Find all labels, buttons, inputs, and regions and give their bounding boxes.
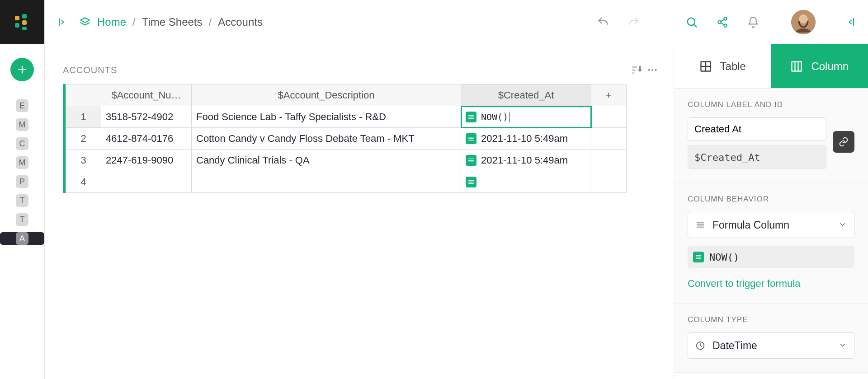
add-column-button[interactable]: + [591,84,627,106]
page-item[interactable]: T [16,213,28,226]
tab-label: Table [720,60,746,73]
row-number-header[interactable] [66,84,101,106]
breadcrumb-doc[interactable]: Time Sheets [142,16,203,28]
cell-account-description[interactable] [192,171,461,193]
page-item-letter: T [20,196,25,206]
column-label-input[interactable] [688,117,826,141]
svg-rect-0 [15,16,19,20]
tab-column[interactable]: Column [771,44,868,88]
top-bar: Home / Time Sheets / Accounts [45,0,868,44]
section-heading: COLUMN TYPE [688,315,854,324]
column-icon [790,60,803,73]
formula-icon [693,252,704,262]
column-id-display[interactable]: $Created_At [688,145,826,169]
bell-icon [747,16,759,28]
column-header-account-number[interactable]: $Account_Nu… [101,84,192,106]
page-item-letter: A [19,234,25,243]
layers-icon [79,16,91,28]
undo-button[interactable] [592,11,614,33]
convert-to-trigger-link[interactable]: Convert to trigger formula [688,278,800,290]
collapse-rightpanel-button[interactable] [843,11,857,33]
notifications-button[interactable] [742,11,764,33]
row-number[interactable]: 3 [66,150,101,171]
section-title[interactable]: ACCOUNTS [63,65,117,75]
link-icon [839,137,849,147]
formula-editor-input[interactable]: NOW() [481,112,510,122]
breadcrumb-page[interactable]: Accounts [218,16,263,28]
page-item[interactable]: P [16,175,28,188]
svg-rect-1 [15,23,19,28]
expand-sidebar-button[interactable] [56,11,70,33]
chevron-down-icon [839,340,847,352]
svg-point-13 [655,69,656,71]
link-id-button[interactable] [833,131,854,153]
section-heading: COLUMN LABEL AND ID [688,100,854,109]
redo-button[interactable] [623,11,645,33]
cell-account-number[interactable] [101,171,192,193]
page-item[interactable]: C [16,137,28,150]
cell-created-at-editing[interactable]: NOW() [461,106,591,128]
search-button[interactable] [681,11,703,33]
table-icon [699,60,712,73]
add-new-button[interactable] [10,58,34,81]
user-avatar[interactable] [791,10,816,34]
row-number[interactable]: 1 [66,106,101,128]
cell-empty[interactable] [591,128,627,150]
cell-created-at[interactable]: 2021-11-10 5:49am [461,128,591,150]
row-number[interactable]: 2 [66,128,101,150]
left-sidebar: E M C M P T T A [0,0,44,379]
column-header-created-at[interactable]: $Created_At [461,84,591,106]
cell-account-description[interactable]: Candy Clinical Trials - QA [192,150,461,171]
svg-point-12 [651,69,653,71]
tab-table[interactable]: Table [674,44,771,88]
column-type-select[interactable]: DateTime [688,332,854,359]
cell-account-number[interactable]: 2247-619-9090 [101,150,192,171]
cell-account-description[interactable]: Food Science Lab - Taffy Specialists - R… [192,106,461,128]
page-item[interactable]: T [16,194,28,207]
chevron-down-icon [839,219,847,231]
page-item-letter: M [19,158,26,168]
page-list: E M C M P T T A [0,99,44,245]
formula-icon [466,155,476,166]
app-logo[interactable] [0,0,44,44]
lines-icon [695,220,705,230]
cell-account-description[interactable]: Cotton Candy v Candy Floss Debate Team -… [192,128,461,150]
right-panel-body: COLUMN LABEL AND ID $Created_At [674,89,868,379]
breadcrumb-home[interactable]: Home [97,16,126,28]
formula-value: NOW() [709,252,739,263]
grid-row: 1 3518-572-4902 Food Science Lab - Taffy… [66,106,627,128]
formula-icon [466,112,476,122]
page-item[interactable]: E [16,99,28,112]
share-button[interactable] [712,11,733,33]
cell-account-number[interactable]: 4612-874-0176 [101,128,192,150]
breadcrumbs: Home / Time Sheets / Accounts [79,16,263,28]
cell-account-number[interactable]: 3518-572-4902 [101,106,192,128]
plus-icon [16,64,28,75]
share-icon [717,16,728,28]
svg-rect-2 [22,14,27,19]
cell-empty[interactable] [591,171,627,193]
section-menu-button[interactable] [645,62,660,78]
sort-filter-button[interactable] [629,62,645,78]
cell-empty[interactable] [591,106,627,128]
column-behavior-select[interactable]: Formula Column [688,212,854,238]
section-column-type: COLUMN TYPE DateTime [674,304,868,373]
cell-created-at[interactable]: 2021-11-10 5:49am [461,150,591,171]
cell-empty[interactable] [591,150,627,171]
row-number[interactable]: 4 [66,171,101,193]
search-icon [685,16,698,28]
svg-point-11 [648,69,650,71]
redo-icon [627,16,640,28]
column-header-account-description[interactable]: $Account_Description [192,84,461,106]
grid-row: 3 2247-619-9090 Candy Clinical Trials - … [66,150,627,171]
right-panel: Table Column COLUMN LABEL AND ID $Creat [674,44,868,379]
svg-rect-15 [792,61,802,71]
formula-icon [466,177,476,187]
page-item[interactable]: M [16,156,28,169]
cell-created-at[interactable] [461,171,591,193]
page-item[interactable]: M [16,118,28,131]
page-item-active[interactable]: A [0,232,44,245]
ellipsis-icon [646,64,658,76]
column-formula-editor[interactable]: NOW() [688,246,854,268]
data-grid[interactable]: $Account_Nu… $Account_Description $Creat… [66,84,627,193]
